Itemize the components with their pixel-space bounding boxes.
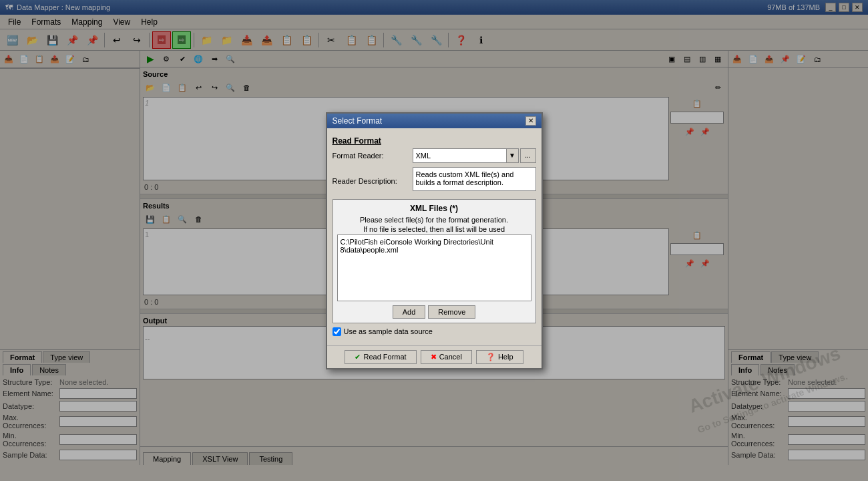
xml-action-buttons: Add Remove [337, 305, 531, 319]
use-as-sample-checkbox[interactable] [333, 327, 341, 336]
help-modal-button[interactable]: ❓ Help [476, 350, 523, 364]
add-file-button[interactable]: Add [393, 305, 426, 319]
read-format-checkmark-icon: ✔ [355, 353, 361, 361]
modal-overlay: Select Format ✕ Read Format Format Reade… [0, 0, 868, 481]
sample-checkbox-row: Use as sample data source [333, 327, 536, 336]
modal-title-text: Select Format [333, 116, 383, 126]
modal-body: Read Format Format Reader: XML ▼ ... Rea… [327, 128, 541, 345]
modal-close-button[interactable]: ✕ [525, 116, 536, 126]
select-format-modal: Select Format ✕ Read Format Format Reade… [326, 112, 543, 369]
format-reader-label: Format Reader: [333, 152, 413, 160]
format-reader-browse-button[interactable]: ... [520, 148, 536, 163]
modal-footer: ✔ Read Format ✖ Cancel ❓ Help [327, 345, 541, 368]
cancel-button[interactable]: ✖ Cancel [421, 350, 472, 364]
modal-title-bar: Select Format ✕ [327, 114, 541, 128]
xml-section-title: XML Files (*) [337, 204, 531, 213]
xml-subtitle1: Please select file(s) for the format gen… [337, 216, 531, 224]
use-as-sample-label: Use as sample data source [344, 327, 433, 335]
reader-description-label: Reader Description: [333, 177, 413, 185]
reader-description-value: Reads custom XML file(s) and builds a fo… [413, 167, 536, 191]
xml-file-list[interactable]: C:\PilotFish eiConsole Working Directori… [337, 234, 531, 301]
format-reader-dropdown-arrow[interactable]: ▼ [507, 148, 519, 163]
xml-subtitle2: If no file is selected, then all list wi… [337, 225, 531, 233]
xml-files-section: XML Files (*) Please select file(s) for … [333, 199, 536, 323]
format-reader-select[interactable]: XML [413, 148, 507, 163]
format-reader-row: Format Reader: XML ▼ ... [333, 148, 536, 163]
help-question-icon: ❓ [486, 353, 495, 361]
format-reader-select-wrapper: XML ▼ [413, 148, 519, 163]
read-format-button[interactable]: ✔ Read Format [345, 350, 416, 364]
modal-section-title: Read Format [333, 134, 536, 148]
remove-file-button[interactable]: Remove [428, 305, 475, 319]
cancel-x-icon: ✖ [431, 353, 437, 361]
reader-description-row: Reader Description: Reads custom XML fil… [333, 167, 536, 195]
xml-file-item: C:\PilotFish eiConsole Working Directori… [341, 238, 528, 254]
